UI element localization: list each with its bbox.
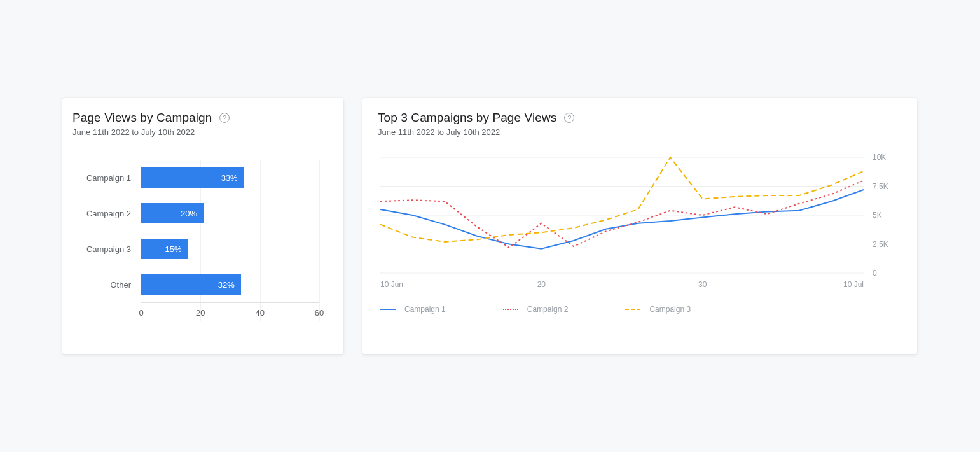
x-tick-label: 10 Jun [380,280,403,289]
bar-category-label: Other [72,280,141,290]
line-chart-svg: 02.5K5K7.5K10K10 Jun203010 Jul [378,152,899,292]
card-page-views-by-campaign: Page Views by Campaign ? June 11th 2022 … [62,98,343,354]
legend-item: Campaign 2 [503,305,569,314]
y-tick-label: 0 [873,269,877,278]
help-icon[interactable]: ? [564,113,574,123]
legend-label: Campaign 3 [649,305,691,314]
legend-swatch [503,309,518,310]
bar-value-label: 33% [221,173,238,183]
bar-x-axis: 0204060 [141,302,319,319]
bar-fill: 20% [141,203,204,223]
x-tick-label: 10 Jul [843,280,864,289]
card-title-row: Top 3 Campaigns by Page Views ? [378,111,899,125]
card-title: Page Views by Campaign [72,111,212,125]
legend-swatch [625,309,640,310]
y-tick-label: 7.5K [873,182,888,191]
legend-label: Campaign 1 [404,305,446,314]
card-title-row: Page Views by Campaign ? [72,111,328,125]
bar-value-label: 15% [165,244,181,254]
bar-chart: Campaign 133%Campaign 220%Campaign 315%O… [72,160,328,338]
legend-label: Campaign 2 [527,305,569,314]
card-subtitle: June 11th 2022 to July 10th 2022 [72,127,328,137]
bar-value-label: 32% [218,280,235,290]
line-chart: 02.5K5K7.5K10K10 Jun203010 Jul [378,152,899,295]
x-tick-label: 20 [537,280,546,289]
legend-swatch [380,309,396,310]
card-top-3-campaigns: Top 3 Campaigns by Page Views ? June 11t… [362,98,917,354]
bar-x-tick: 60 [315,308,324,318]
bar-fill: 32% [141,274,241,295]
y-tick-label: 5K [873,211,882,220]
line-series [380,157,864,242]
line-series [380,190,864,249]
legend: Campaign 1Campaign 2Campaign 3 [378,305,899,314]
bar-category-label: Campaign 1 [72,173,141,183]
bar-category-label: Campaign 3 [72,244,141,254]
help-icon[interactable]: ? [219,113,230,123]
card-subtitle: June 11th 2022 to July 10th 2022 [378,127,899,137]
legend-item: Campaign 3 [625,305,691,314]
x-tick-label: 30 [698,280,707,289]
bar-x-tick: 20 [196,308,205,318]
legend-item: Campaign 1 [380,305,446,314]
bar-fill: 15% [141,239,188,259]
card-title: Top 3 Campaigns by Page Views [378,111,556,125]
bar-fill: 33% [141,167,244,188]
bar-x-tick: 40 [255,308,264,318]
y-tick-label: 10K [873,153,886,162]
line-series [380,180,864,248]
bar-x-tick: 0 [139,308,143,318]
bar-value-label: 20% [181,209,197,218]
bar-category-label: Campaign 2 [72,209,141,218]
y-tick-label: 2.5K [873,240,888,249]
